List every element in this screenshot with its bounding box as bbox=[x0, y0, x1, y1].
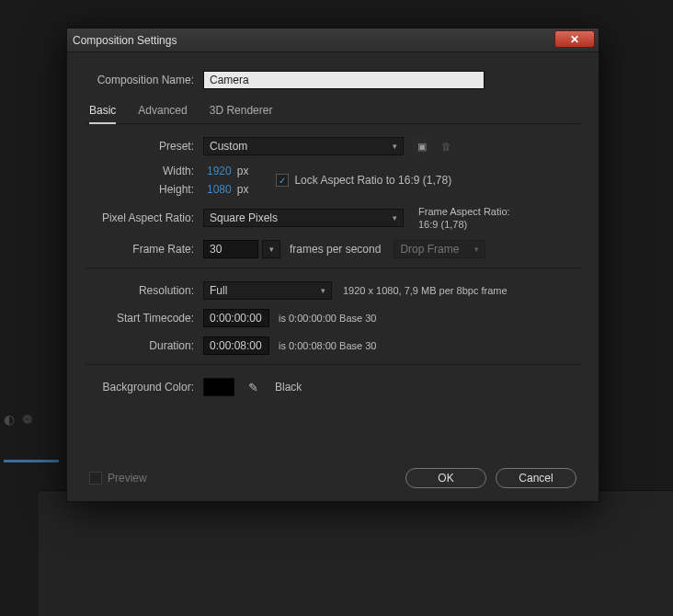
tab-advanced[interactable]: Advanced bbox=[138, 104, 187, 123]
preview-label: Preview bbox=[108, 472, 147, 485]
chevron-down-icon: ▾ bbox=[321, 286, 325, 295]
app-bg-panel bbox=[39, 490, 673, 616]
bgcolor-swatch[interactable] bbox=[203, 378, 234, 396]
frame-aspect-info: Frame Aspect Ratio: 16:9 (1,78) bbox=[418, 205, 510, 231]
preview-checkbox bbox=[89, 472, 102, 485]
preview-checkbox-wrap: Preview bbox=[89, 472, 147, 485]
resolution-select[interactable]: Full ▾ bbox=[203, 281, 332, 300]
dropframe-select: Drop Frame ▾ bbox=[394, 240, 485, 258]
save-preset-button[interactable]: ▣ bbox=[413, 137, 431, 155]
tab-3d-renderer[interactable]: 3D Renderer bbox=[210, 104, 273, 123]
ok-button[interactable]: OK bbox=[405, 468, 486, 488]
dropframe-value: Drop Frame bbox=[400, 243, 459, 256]
composition-settings-dialog: Composition Settings ✕ Composition Name:… bbox=[66, 28, 599, 502]
trash-icon: 🗑 bbox=[441, 141, 451, 152]
duration-input[interactable] bbox=[203, 337, 269, 355]
eyedropper-button[interactable]: ✎ bbox=[244, 378, 262, 396]
resolution-value: Full bbox=[210, 284, 227, 297]
lock-aspect-checkbox[interactable] bbox=[276, 174, 289, 187]
preset-select[interactable]: Custom ▾ bbox=[203, 137, 404, 155]
resolution-label: Resolution: bbox=[86, 284, 203, 297]
chevron-down-icon: ▾ bbox=[393, 213, 397, 222]
dialog-titlebar[interactable]: Composition Settings ✕ bbox=[67, 29, 599, 52]
height-label: Height: bbox=[86, 183, 203, 196]
par-label: Pixel Aspect Ratio: bbox=[86, 211, 203, 224]
start-timecode-input[interactable] bbox=[203, 309, 269, 327]
lock-aspect-label: Lock Aspect Ratio to 16:9 (1,78) bbox=[294, 174, 451, 187]
start-timecode-note: is 0:00:00:00 Base 30 bbox=[279, 313, 376, 324]
save-preset-icon: ▣ bbox=[417, 141, 427, 153]
close-button[interactable]: ✕ bbox=[554, 30, 595, 48]
width-input[interactable]: 1920 bbox=[203, 165, 235, 177]
framerate-unit-label: frames per second bbox=[290, 243, 381, 256]
height-unit: px bbox=[237, 183, 249, 196]
cancel-button[interactable]: Cancel bbox=[496, 468, 576, 488]
chevron-down-icon: ▾ bbox=[269, 245, 274, 254]
width-unit: px bbox=[237, 165, 249, 177]
tab-basic[interactable]: Basic bbox=[89, 104, 116, 124]
bgcolor-label: Background Color: bbox=[86, 381, 203, 394]
eyedropper-icon: ✎ bbox=[248, 381, 258, 394]
comp-name-label: Composition Name: bbox=[86, 74, 203, 86]
framerate-label: Frame Rate: bbox=[86, 243, 203, 256]
par-select[interactable]: Square Pixels ▾ bbox=[203, 209, 404, 227]
close-icon: ✕ bbox=[570, 33, 579, 46]
par-value: Square Pixels bbox=[210, 211, 278, 224]
preset-value: Custom bbox=[210, 140, 247, 153]
duration-label: Duration: bbox=[86, 339, 203, 352]
height-input[interactable]: 1080 bbox=[203, 183, 235, 196]
divider bbox=[86, 364, 580, 365]
width-label: Width: bbox=[86, 165, 203, 177]
resolution-info: 1920 x 1080, 7,9 MB per 8bpc frame bbox=[343, 285, 508, 296]
framerate-stepper[interactable]: ▾ bbox=[262, 240, 280, 258]
app-bg-ruler bbox=[4, 460, 59, 462]
chevron-down-icon: ▾ bbox=[474, 245, 479, 254]
dialog-title: Composition Settings bbox=[73, 34, 177, 47]
divider bbox=[86, 268, 580, 268]
tabs: Basic Advanced 3D Renderer bbox=[86, 98, 580, 124]
bgcolor-name: Black bbox=[275, 381, 302, 394]
duration-note: is 0:00:08:00 Base 30 bbox=[279, 340, 376, 351]
framerate-input[interactable] bbox=[203, 240, 258, 258]
delete-preset-button: 🗑 bbox=[437, 137, 455, 155]
preset-label: Preset: bbox=[86, 140, 203, 153]
app-bg-iconbar: ◐❁ bbox=[4, 412, 33, 427]
start-timecode-label: Start Timecode: bbox=[86, 312, 203, 325]
comp-name-input[interactable] bbox=[203, 71, 485, 89]
chevron-down-icon: ▾ bbox=[393, 142, 397, 151]
